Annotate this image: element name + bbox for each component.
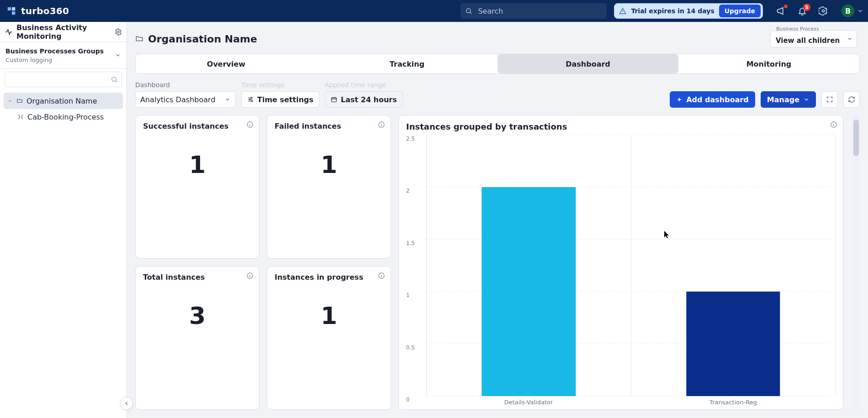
ytick: 2 [406,188,423,194]
sidebar-search-row [0,69,127,91]
vertical-scrollbar[interactable] [852,115,860,410]
page-tabs: OverviewTrackingDashboardMonitoring [135,54,860,74]
info-icon[interactable] [246,121,254,128]
dashboard-select-value: Analytics Dashboard [140,95,216,104]
notifications-button[interactable]: 5 [796,5,809,17]
chevron-down-icon [857,8,863,14]
tab-tracking[interactable]: Tracking [317,54,498,73]
folder-icon [135,35,143,43]
ytick: 0.5 [406,345,423,351]
time-settings-button[interactable]: Time settings [241,91,319,108]
refresh-button[interactable] [843,91,860,108]
chart-title: Instances grouped by transactions [406,122,836,131]
page-header: Organisation Name Business Process View … [127,22,868,51]
announcements-dot [784,5,788,8]
sidebar-title: Business Activity Monitoring [16,23,111,41]
dashboard-select[interactable]: Analytics Dashboard [135,91,236,108]
ytick: 1.5 [406,240,423,246]
search-icon [465,7,472,15]
chevron-down-icon [803,96,810,103]
info-icon[interactable] [378,121,385,128]
chart-xaxis: Details-ValidatorTransaction-Reg [426,396,836,406]
add-dashboard-label: Add dashboard [686,95,749,104]
svg-point-2 [117,31,119,33]
warning-icon [619,7,626,15]
time-range-label: Last 24 hours [341,95,397,104]
card-title: Instances in progress [275,273,383,282]
brand-name: turbo360 [21,5,69,16]
card-instances-in-progress: Instances in progress 1 [267,266,391,410]
tab-monitoring[interactable]: Monitoring [678,54,859,73]
announcements-button[interactable] [775,5,788,17]
sidebar-header: Business Activity Monitoring [0,22,127,42]
bp-value: View all children [776,37,840,45]
chevron-down-icon [224,96,231,103]
business-process-select[interactable]: Business Process View all children [770,30,857,47]
expand-icon [826,96,833,103]
chevron-down-icon [847,36,853,42]
upgrade-button[interactable]: Upgrade [719,5,761,17]
avatar: B [842,5,854,17]
ytick: 1 [406,292,423,298]
dashboard-toolbar: Dashboard Analytics Dashboard Time setti… [127,74,868,112]
metric-value: 1 [321,302,337,329]
notifications-badge: 5 [803,4,810,11]
group-subtitle: Custom logging [5,57,52,63]
chevron-down-icon [115,52,121,58]
brand-logo-icon [6,6,16,16]
svg-point-3 [112,77,116,81]
info-icon[interactable] [246,272,254,279]
ghost-label-b: Applied time range [325,81,403,89]
group-title: Business Processes Groups [5,47,104,55]
global-search[interactable] [460,3,607,19]
gear-icon [819,6,828,16]
metric-cards: Successful instances 1 Failed instances … [135,115,391,410]
tab-dashboard[interactable]: Dashboard [498,54,678,73]
brand: turbo360 [6,5,69,16]
refresh-icon [848,96,855,103]
main: Organisation Name Business Process View … [127,22,868,418]
tree-node-label: Cab-Booking-Process [27,113,104,121]
card-total-instances: Total instances 3 [135,266,259,410]
tree-node-organisation[interactable]: Organisation Name [4,93,123,109]
gear-icon[interactable] [115,28,122,36]
ytick: 2.5 [406,136,423,142]
time-range-button[interactable]: Last 24 hours [325,91,403,108]
search-icon [111,76,118,83]
manage-button[interactable]: Manage [761,91,816,108]
info-icon[interactable] [378,272,385,279]
plus-icon [676,96,683,103]
global-search-input[interactable] [477,6,602,16]
bam-icon [5,28,13,36]
business-process-group-select[interactable]: Business Processes Groups Custom logging [0,42,127,69]
svg-point-5 [249,99,250,100]
chart-plotarea [426,135,836,396]
fullscreen-button[interactable] [821,91,838,108]
chevron-down-icon [7,98,13,104]
chart-yaxis: 00.511.522.5 [406,135,426,396]
app-header: turbo360 Trial expires in 14 days Upgrad… [0,0,868,22]
metric-value: 1 [321,151,337,178]
header-actions: 5 B [775,5,863,17]
scrollbar-thumb[interactable] [853,120,859,156]
xtick: Transaction-Reg [631,396,836,406]
sidebar-search[interactable] [5,72,122,87]
card-successful-instances: Successful instances 1 [135,115,259,259]
sidebar: Business Activity Monitoring Business Pr… [0,22,127,418]
chart-bar[interactable] [686,292,780,396]
bp-label: Business Process [774,26,821,32]
tree-node-cab-booking[interactable]: Cab-Booking-Process [4,109,123,125]
svg-point-1 [822,10,825,12]
sidebar-search-input[interactable] [9,75,111,84]
sliders-icon [247,96,254,103]
add-dashboard-button[interactable]: Add dashboard [670,91,755,108]
info-icon[interactable] [830,121,837,128]
chart-instances-by-transactions: Instances grouped by transactions 00.511… [398,115,843,410]
xtick: Details-Validator [426,396,631,406]
tab-overview[interactable]: Overview [136,54,317,73]
manage-label: Manage [767,95,799,104]
chart-bar[interactable] [482,187,576,396]
account-menu[interactable]: B [842,5,863,17]
metric-value: 1 [189,151,206,178]
settings-button[interactable] [817,5,830,17]
